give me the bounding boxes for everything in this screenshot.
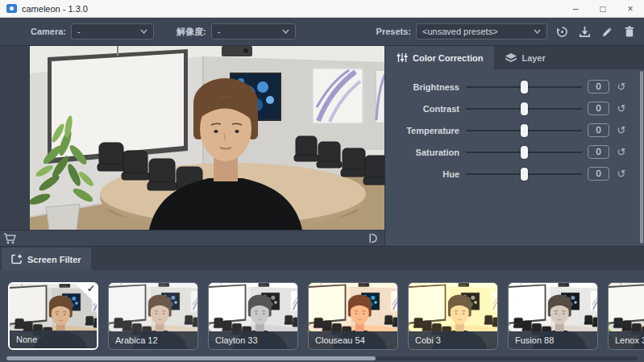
tune-sliders-icon	[397, 52, 408, 63]
edit-preset-icon[interactable]	[599, 23, 615, 40]
saturation-label: Saturation	[390, 148, 459, 157]
tab-color-correction[interactable]: Color Correction	[385, 46, 494, 69]
camera-label: Camera:	[31, 27, 66, 36]
saturation-reset-icon[interactable]: ↺	[615, 146, 628, 159]
tab-color-correction-label: Color Correction	[413, 53, 483, 63]
delete-preset-icon[interactable]	[621, 23, 638, 40]
app-logo-icon	[6, 4, 17, 13]
filter-card-cobi[interactable]: Cobi 3	[408, 282, 498, 350]
filter-cards: None ✓ Arabica 12 Clayton 33 Clouseau 54…	[8, 282, 644, 350]
camera-select[interactable]: -	[71, 23, 154, 40]
tab-screen-filter-label: Screen Filter	[27, 255, 81, 264]
chevron-down-icon	[534, 29, 541, 34]
temperature-label: Temperature	[390, 126, 459, 135]
color-correction-panel: Brightness 0 ↺ Contrast 0 ↺ Temperature …	[385, 69, 644, 246]
filter-tabbar: Screen Filter	[0, 246, 644, 270]
minimize-button[interactable]: –	[562, 0, 589, 17]
contrast-label: Contrast	[390, 104, 459, 114]
brightness-slider[interactable]	[466, 81, 582, 94]
filter-name: Cobi 3	[409, 331, 497, 349]
chevron-down-icon	[140, 29, 147, 34]
import-preset-icon[interactable]	[576, 23, 592, 40]
horizontal-scrollbar-thumb[interactable]	[6, 356, 376, 360]
slider-handle[interactable]	[521, 124, 528, 137]
presets-select[interactable]: <unsaved presets>	[416, 23, 547, 40]
horizontal-scrollbar-track[interactable]	[6, 356, 638, 360]
filter-card-fusion[interactable]: Fusion 88	[508, 282, 598, 350]
brightness-value-field[interactable]: 0	[588, 80, 609, 94]
tab-layer[interactable]: Layer	[494, 46, 556, 69]
filter-strip: None ✓ Arabica 12 Clayton 33 Clouseau 54…	[0, 270, 644, 362]
history-restore-icon[interactable]	[554, 23, 570, 40]
right-panel-tabs: Color Correction Layer	[385, 46, 644, 69]
slider-row-contrast: Contrast 0 ↺	[385, 98, 644, 119]
tab-screen-filter[interactable]: Screen Filter	[2, 248, 91, 271]
hue-slider[interactable]	[466, 168, 582, 181]
resolution-select[interactable]: -	[211, 23, 296, 40]
brightness-reset-icon[interactable]: ↺	[615, 81, 628, 94]
camera-preview-video	[30, 46, 384, 230]
filter-card-clouseau[interactable]: Clouseau 54	[308, 282, 398, 350]
shop-cart-icon[interactable]	[2, 231, 18, 247]
contrast-reset-icon[interactable]: ↺	[615, 102, 628, 115]
resolution-value: -	[218, 27, 277, 36]
slider-handle[interactable]	[521, 146, 528, 159]
app-window: cameleon - 1.3.0 – □ × Camera: - 解像度: - …	[0, 0, 644, 362]
temperature-slider[interactable]	[466, 124, 582, 137]
slider-row-hue: Hue 0 ↺	[385, 163, 644, 185]
layers-icon	[505, 53, 517, 63]
hue-value-field[interactable]: 0	[588, 167, 609, 181]
hue-label: Hue	[390, 169, 459, 179]
close-button[interactable]: ×	[617, 0, 644, 17]
sound-output-icon[interactable]	[365, 231, 381, 247]
filter-card-arabica[interactable]: Arabica 12	[108, 282, 198, 350]
right-panel: Color Correction Layer Brightness 0 ↺ Co…	[384, 46, 644, 246]
filter-card-lenox[interactable]: Lenox 34	[608, 282, 644, 350]
filter-name: Lenox 34	[609, 331, 644, 349]
contrast-value-field[interactable]: 0	[588, 102, 609, 115]
filter-name: Arabica 12	[109, 331, 197, 349]
filter-name: Clayton 33	[209, 331, 297, 349]
hue-reset-icon[interactable]: ↺	[615, 168, 628, 181]
window-title: cameleon - 1.3.0	[22, 4, 88, 14]
camera-preview-area	[0, 46, 384, 230]
tab-layer-label: Layer	[521, 53, 545, 63]
brightness-label: Brightness	[390, 82, 459, 92]
slider-row-saturation: Saturation 0 ↺	[385, 141, 644, 163]
filter-name: Fusion 88	[509, 331, 597, 349]
presets-label: Presets:	[376, 27, 411, 36]
presets-value: <unsaved presets>	[422, 27, 529, 36]
vertical-scrollbar[interactable]	[640, 71, 643, 243]
filter-card-clayton[interactable]: Clayton 33	[208, 282, 298, 350]
filter-name: Clouseau 54	[309, 331, 397, 349]
preview-toolbar	[0, 230, 384, 246]
chevron-down-icon	[282, 29, 289, 34]
filter-card-none[interactable]: None ✓	[8, 282, 98, 350]
saturation-value-field[interactable]: 0	[588, 145, 609, 159]
temperature-value-field[interactable]: 0	[588, 123, 609, 137]
filter-name: None	[10, 331, 97, 348]
check-icon: ✓	[87, 283, 95, 294]
camera-value: -	[77, 27, 135, 36]
toolbar: Camera: - 解像度: - Presets: <unsaved prese…	[0, 18, 644, 46]
slider-row-brightness: Brightness 0 ↺	[385, 76, 644, 98]
title-bar: cameleon - 1.3.0 – □ ×	[0, 0, 644, 18]
slider-handle[interactable]	[521, 168, 528, 181]
maximize-button[interactable]: □	[589, 0, 617, 17]
window-controls: – □ ×	[562, 0, 644, 17]
resolution-label: 解像度:	[177, 26, 206, 38]
slider-handle[interactable]	[521, 102, 528, 115]
slider-row-temperature: Temperature 0 ↺	[385, 119, 644, 141]
temperature-reset-icon[interactable]: ↺	[615, 124, 628, 137]
add-overlay-icon	[11, 254, 23, 264]
saturation-slider[interactable]	[466, 146, 582, 159]
slider-handle[interactable]	[521, 81, 528, 94]
contrast-slider[interactable]	[466, 102, 582, 115]
